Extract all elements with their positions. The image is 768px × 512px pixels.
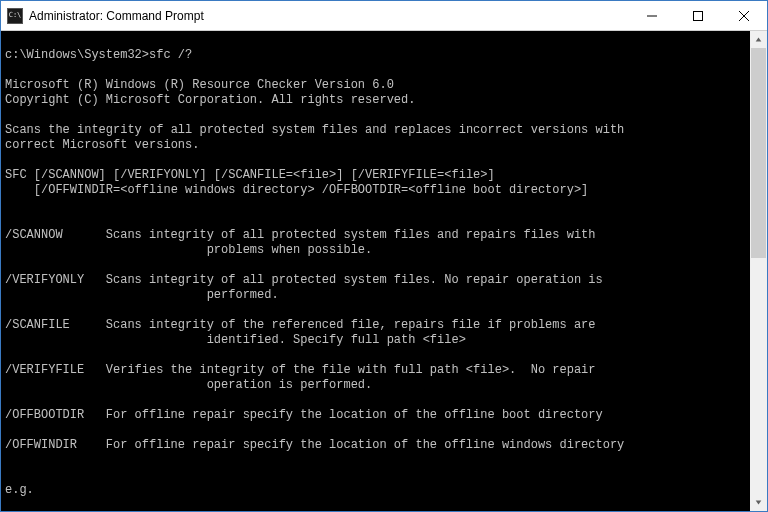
eg-label: e.g.: [5, 483, 34, 497]
usage-line-2: [/OFFWINDIR=<offline windows directory> …: [5, 183, 588, 197]
option-desc: Scans integrity of all protected system …: [106, 273, 603, 303]
client-area: c:\Windows\System32>sfc /? Microsoft (R)…: [1, 31, 767, 511]
command-prompt-window: C:\ Administrator: Command Prompt c:\Win…: [0, 0, 768, 512]
cmd-icon: C:\: [7, 8, 23, 24]
desc-line-2: correct Microsoft versions.: [5, 138, 199, 152]
usage-line-1: SFC [/SCANNOW] [/VERIFYONLY] [/SCANFILE=…: [5, 168, 495, 182]
minimize-button[interactable]: [629, 1, 675, 31]
option-name: /OFFWINDIR: [5, 438, 106, 453]
option-verifyfile: /VERIFYFILEVerifies the integrity of the…: [5, 363, 750, 393]
scroll-down-button[interactable]: [750, 494, 767, 511]
option-desc: For offline repair specify the location …: [106, 408, 603, 423]
header-line-1: Microsoft (R) Windows (R) Resource Check…: [5, 78, 394, 92]
desc-line-1: Scans the integrity of all protected sys…: [5, 123, 624, 137]
option-name: /VERIFYFILE: [5, 363, 106, 378]
option-verifyonly: /VERIFYONLYScans integrity of all protec…: [5, 273, 750, 303]
prompt-line-1: c:\Windows\System32>sfc /?: [5, 48, 192, 62]
scroll-thumb[interactable]: [751, 48, 766, 258]
option-desc: Scans integrity of all protected system …: [106, 228, 596, 258]
option-scannow: /SCANNOWScans integrity of all protected…: [5, 228, 750, 258]
cmd-icon-label: C:\: [9, 12, 22, 19]
titlebar[interactable]: C:\ Administrator: Command Prompt: [1, 1, 767, 31]
scroll-track[interactable]: [750, 48, 767, 494]
option-offbootdir: /OFFBOOTDIRFor offline repair specify th…: [5, 408, 750, 423]
option-name: /OFFBOOTDIR: [5, 408, 106, 423]
vertical-scrollbar[interactable]: [750, 31, 767, 511]
close-button[interactable]: [721, 1, 767, 31]
option-name: /SCANNOW: [5, 228, 106, 243]
option-name: /VERIFYONLY: [5, 273, 106, 288]
window-title: Administrator: Command Prompt: [29, 9, 204, 23]
svg-rect-0: [694, 11, 703, 20]
option-desc: Scans integrity of the referenced file, …: [106, 318, 596, 348]
scroll-up-button[interactable]: [750, 31, 767, 48]
option-scanfile: /SCANFILEScans integrity of the referenc…: [5, 318, 750, 348]
option-desc: For offline repair specify the location …: [106, 438, 624, 453]
option-name: /SCANFILE: [5, 318, 106, 333]
header-line-2: Copyright (C) Microsoft Corporation. All…: [5, 93, 415, 107]
option-desc: Verifies the integrity of the file with …: [106, 363, 596, 393]
option-offwindir: /OFFWINDIRFor offline repair specify the…: [5, 438, 750, 453]
terminal-output[interactable]: c:\Windows\System32>sfc /? Microsoft (R)…: [1, 31, 750, 511]
maximize-button[interactable]: [675, 1, 721, 31]
